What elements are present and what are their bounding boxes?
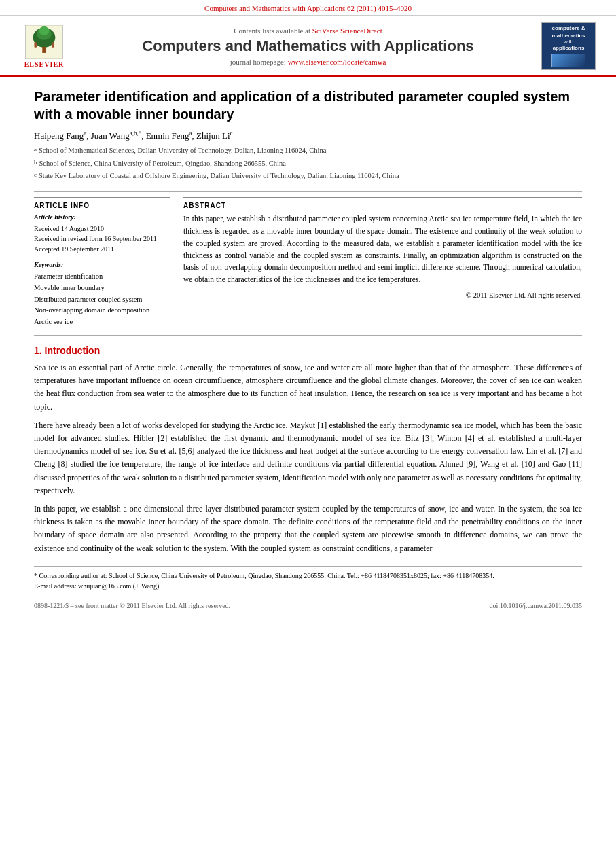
elsevier-logo-area: ELSEVIER <box>14 25 75 68</box>
author-1: Haipeng Fanga <box>34 130 86 141</box>
keyword-4: Non-overlapping domain decomposition <box>34 305 170 317</box>
footnote-email: E-mail address: whujuan@163.com (J. Wang… <box>34 581 582 591</box>
bottom-bar: 0898-1221/$ – see front matter © 2011 El… <box>34 598 582 609</box>
elsevier-logo: ELSEVIER <box>24 25 65 68</box>
journal-cover-image: computers & mathematics with application… <box>541 22 596 70</box>
revised-date: Received in revised form 16 September 20… <box>34 234 170 244</box>
elsevier-brand-text: ELSEVIER <box>24 60 65 68</box>
svg-rect-2 <box>42 46 46 52</box>
page: Computers and Mathematics with Applicati… <box>0 0 616 841</box>
footnote-area: * Corresponding author at: School of Sci… <box>34 566 582 591</box>
keyword-1: Parameter identification <box>34 271 170 283</box>
affil-b: b School of Science, China University of… <box>34 158 582 171</box>
keyword-3: Distributed parameter coupled system <box>34 294 170 306</box>
keywords-label: Keywords: <box>34 261 170 268</box>
journal-top-bar: Computers and Mathematics with Applicati… <box>0 0 616 16</box>
journal-header: ELSEVIER Contents lists available at Sci… <box>0 16 616 77</box>
main-content: Parameter identification and application… <box>0 77 616 620</box>
author-3: Enmin Fenga <box>146 130 192 141</box>
sciverse-link: SciVerse ScienceDirect <box>312 26 382 35</box>
doi-text: doi:10.1016/j.camwa.2011.09.035 <box>489 602 582 609</box>
abstract-header: ABSTRACT <box>183 197 582 209</box>
article-history: Article history: Received 14 August 2010… <box>34 213 170 254</box>
svg-rect-5 <box>34 42 37 47</box>
abstract-body: In this paper, we establish a distribute… <box>183 213 582 299</box>
received-date: Received 14 August 2010 <box>34 223 170 234</box>
keyword-5: Arctic sea ice <box>34 317 170 328</box>
separator-2 <box>34 335 582 336</box>
issn-text: 0898-1221/$ – see front matter © 2011 El… <box>34 602 230 609</box>
journal-cover-area: computers & mathematics with application… <box>541 22 602 70</box>
keyword-2: Movable inner boundary <box>34 283 170 294</box>
intro-para-1: Sea ice is an essential part of Arctic c… <box>34 361 582 414</box>
accepted-date: Accepted 19 September 2011 <box>34 244 170 254</box>
journal-header-center: Contents lists available at SciVerse Sci… <box>75 26 541 66</box>
footnote-corresponding: * Corresponding author at: School of Sci… <box>34 571 582 581</box>
journal-homepage: journal homepage: www.elsevier.com/locat… <box>81 58 535 66</box>
journal-citation: Computers and Mathematics with Applicati… <box>204 4 412 12</box>
author-2: Juan Wanga,b,* <box>91 130 141 141</box>
copyright-line: © 2011 Elsevier Ltd. All rights reserved… <box>183 291 582 299</box>
affil-a: a School of Mathematical Sciences, Dalia… <box>34 145 582 158</box>
elsevier-tree-icon <box>24 25 65 59</box>
affiliations: a School of Mathematical Sciences, Dalia… <box>34 145 582 183</box>
intro-para-3: In this paper, we establish a one-dimens… <box>34 503 582 555</box>
svg-rect-6 <box>52 42 54 47</box>
author-4: Zhijun Lic <box>196 130 232 141</box>
abstract-text: In this paper, we establish a distribute… <box>183 213 582 286</box>
separator-1 <box>34 191 582 192</box>
homepage-url: www.elsevier.com/locate/camwa <box>288 58 386 66</box>
article-info-abstract: ARTICLE INFO Article history: Received 1… <box>34 197 582 328</box>
paper-title: Parameter identification and application… <box>34 88 582 123</box>
keywords-block: Keywords: Parameter identification Movab… <box>34 261 170 328</box>
abstract-column: ABSTRACT In this paper, we establish a d… <box>183 197 582 328</box>
article-info-column: ARTICLE INFO Article history: Received 1… <box>34 197 170 328</box>
affil-c: c State Key Laboratory of Coastal and Of… <box>34 171 582 183</box>
section-1-title: 1. Introduction <box>34 345 582 356</box>
intro-para-2: There have already been a lot of works d… <box>34 419 582 497</box>
article-info-header: ARTICLE INFO <box>34 197 170 209</box>
svg-point-4 <box>39 26 50 35</box>
authors-line: Haipeng Fanga, Juan Wanga,b,*, Enmin Fen… <box>34 130 582 141</box>
sciverse-line: Contents lists available at SciVerse Sci… <box>81 26 535 35</box>
journal-title: Computers and Mathematics with Applicati… <box>81 37 535 55</box>
